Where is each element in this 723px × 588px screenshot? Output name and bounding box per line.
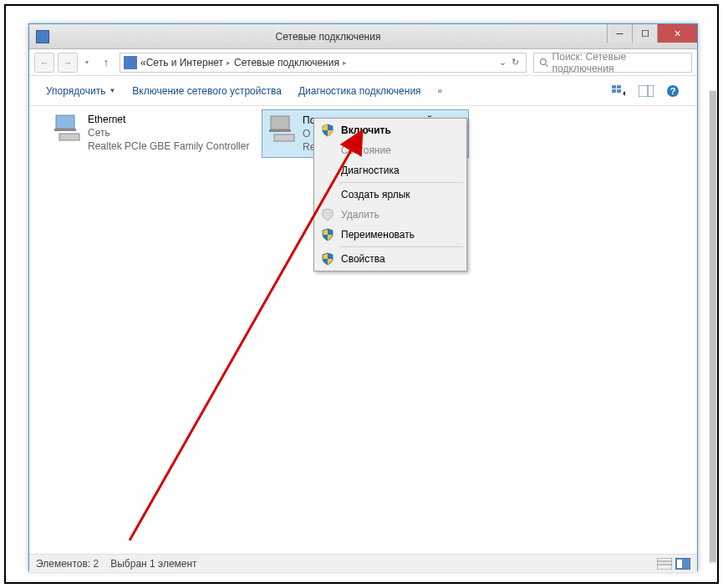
view-options-button[interactable] <box>610 82 629 100</box>
navigation-bar: ← → ▾ ↑ « Сеть и Интернет ▸ Сетевые подк… <box>29 49 697 76</box>
window-title: Сетевые подключения <box>49 31 607 43</box>
breadcrumb-prefix: « <box>140 57 146 68</box>
svg-rect-14 <box>269 129 291 132</box>
svg-rect-15 <box>274 134 294 141</box>
organize-menu[interactable]: Упорядочить▼ <box>39 82 122 100</box>
up-button[interactable]: ↑ <box>96 53 116 73</box>
context-menu: Включить Состояние Диагностика Создать я… <box>313 118 467 271</box>
search-input[interactable]: Поиск: Сетевые подключения <box>533 53 692 73</box>
svg-line-1 <box>546 63 548 66</box>
svg-point-0 <box>540 58 546 64</box>
svg-rect-4 <box>612 89 616 93</box>
menu-create-shortcut[interactable]: Создать ярлык <box>316 185 465 205</box>
menu-status: Состояние <box>316 140 465 160</box>
back-button[interactable]: ← <box>34 53 54 73</box>
shield-icon <box>321 228 334 241</box>
svg-rect-10 <box>56 115 74 129</box>
items-count: Элементов: 2 <box>36 558 99 570</box>
svg-rect-2 <box>612 85 616 89</box>
svg-rect-11 <box>54 129 76 131</box>
maximize-button[interactable]: ☐ <box>632 24 657 43</box>
content-area[interactable]: Ethernet Сеть Realtek PCIe GBE Family Co… <box>29 106 697 554</box>
titlebar[interactable]: Сетевые подключения ─ ☐ ✕ <box>29 24 697 49</box>
breadcrumb-separator: ▸ <box>343 58 347 67</box>
breadcrumb-separator: ▸ <box>227 58 231 67</box>
window-icon <box>36 30 49 43</box>
svg-rect-6 <box>639 85 654 97</box>
menu-properties[interactable]: Свойства <box>316 249 465 269</box>
search-icon <box>539 58 549 68</box>
connection-title: Ethernet <box>88 113 249 126</box>
svg-rect-5 <box>617 89 621 93</box>
vertical-scrollbar[interactable] <box>709 89 717 564</box>
history-dropdown[interactable]: ▾ <box>81 58 93 66</box>
shield-icon <box>321 208 334 221</box>
large-icons-view-icon[interactable] <box>675 558 690 570</box>
network-adapter-icon <box>51 113 88 144</box>
menu-diagnose[interactable]: Диагностика <box>316 160 465 180</box>
enable-device-button[interactable]: Включение сетевого устройства <box>125 82 288 100</box>
connection-adapter: Realtek PCIe GBE Family Controller <box>88 139 249 153</box>
forward-button[interactable]: → <box>58 53 78 73</box>
svg-text:?: ? <box>670 86 676 96</box>
selected-count: Выбран 1 элемент <box>110 558 196 570</box>
location-icon <box>124 56 137 69</box>
refresh-icon[interactable]: ↻ <box>512 57 519 68</box>
diagnostics-button[interactable]: Диагностика подключения <box>292 82 428 100</box>
menu-rename[interactable]: Переименовать <box>316 225 465 245</box>
connection-network: Сеть <box>88 126 249 139</box>
menu-separator <box>339 246 463 247</box>
menu-separator <box>339 182 463 183</box>
preview-pane-button[interactable] <box>637 82 655 100</box>
network-connections-window: Сетевые подключения ─ ☐ ✕ ← → ▾ ↑ « Сеть… <box>28 23 698 571</box>
breadcrumb-item[interactable]: Сеть и Интернет <box>146 57 223 68</box>
svg-rect-13 <box>271 116 289 129</box>
connection-ethernet[interactable]: Ethernet Сеть Realtek PCIe GBE Family Co… <box>48 109 257 156</box>
address-dropdown-icon[interactable]: ⌄ <box>499 57 507 68</box>
minimize-button[interactable]: ─ <box>607 24 632 43</box>
search-placeholder: Поиск: Сетевые подключения <box>552 51 686 74</box>
address-bar[interactable]: « Сеть и Интернет ▸ Сетевые подключения … <box>120 53 527 73</box>
shield-icon <box>321 252 334 266</box>
menu-enable[interactable]: Включить <box>316 120 465 140</box>
svg-rect-12 <box>59 134 79 140</box>
details-view-icon[interactable] <box>657 558 672 570</box>
close-button[interactable]: ✕ <box>657 24 697 43</box>
status-bar: Элементов: 2 Выбран 1 элемент <box>29 554 697 572</box>
svg-rect-17 <box>657 558 672 570</box>
breadcrumb-item[interactable]: Сетевые подключения <box>234 57 339 68</box>
help-button[interactable]: ? <box>664 82 682 100</box>
network-adapter-icon <box>266 114 303 145</box>
menu-delete: Удалить <box>316 205 465 225</box>
svg-rect-21 <box>677 560 682 568</box>
toolbar-overflow[interactable]: » <box>431 86 450 95</box>
svg-rect-3 <box>617 85 621 89</box>
command-bar: Упорядочить▼ Включение сетевого устройст… <box>29 76 697 106</box>
shield-icon <box>321 124 334 137</box>
